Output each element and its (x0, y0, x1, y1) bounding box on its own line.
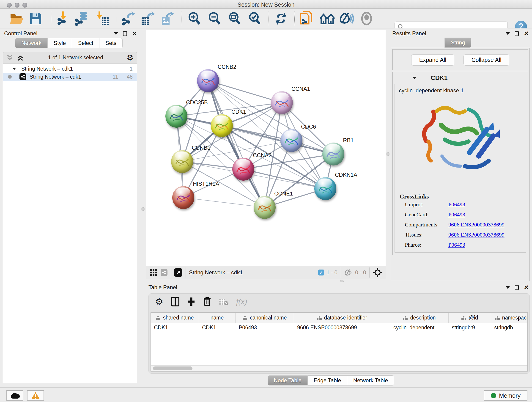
network-node-hist1h1a[interactable] (172, 186, 194, 209)
expand-all-button[interactable]: Expand All (411, 54, 454, 65)
column-header[interactable]: name (199, 313, 235, 323)
tab-network-table[interactable]: Network Table (347, 375, 394, 385)
table-cell[interactable]: 9606.ENSP00000378699 (294, 323, 390, 333)
table-hscroll-thumb[interactable] (153, 366, 192, 370)
panel-menu-icon[interactable] (506, 286, 510, 289)
memory-button[interactable]: Memory (484, 390, 527, 401)
hidden-eye-icon[interactable] (344, 269, 353, 276)
selected-checkbox-icon[interactable]: ✓ (318, 269, 324, 275)
crosslink-link[interactable]: P06493 (448, 211, 465, 218)
crosslink-link[interactable]: P06493 (448, 242, 465, 248)
close-panel-icon[interactable]: ✕ (524, 31, 529, 36)
network-view-share-icon[interactable] (161, 269, 167, 276)
crosslink-link[interactable]: P06493 (448, 201, 465, 208)
cloud-status-button[interactable] (6, 390, 23, 401)
export-network-icon[interactable] (121, 12, 135, 26)
refresh-layout-icon[interactable] (274, 12, 288, 26)
table-cell[interactable]: CDK1 (199, 323, 235, 333)
network-edge[interactable] (243, 169, 325, 189)
import-database-icon[interactable] (75, 12, 90, 26)
import-table-icon[interactable] (96, 12, 109, 26)
open-folder-icon[interactable] (10, 12, 24, 26)
session-snapshot-icon[interactable] (299, 12, 313, 26)
left-splitter-handle[interactable] (141, 207, 145, 211)
table-cell[interactable]: stringdb:9... (449, 323, 491, 333)
show-all-icon[interactable] (360, 12, 374, 26)
delete-column-icon[interactable] (203, 297, 211, 306)
network-edge[interactable] (183, 198, 265, 207)
node-table[interactable]: shared namename canonical name database … (151, 313, 528, 371)
tab-select[interactable]: Select (72, 38, 99, 48)
tab-node-table[interactable]: Node Table (268, 375, 308, 385)
collection-count: 1 (130, 66, 133, 72)
network-node-rb1[interactable] (322, 143, 344, 166)
network-options-gear-icon[interactable]: ⚙ (127, 54, 133, 61)
zoom-out-icon[interactable] (208, 12, 221, 26)
first-neighbors-icon[interactable] (319, 12, 336, 26)
float-panel-icon[interactable] (515, 31, 519, 36)
table-cell[interactable]: CDK1 (151, 323, 199, 333)
close-panel-icon[interactable]: ✕ (524, 285, 529, 290)
birdseye-icon[interactable] (373, 268, 382, 277)
column-header[interactable]: database identifier (294, 313, 390, 323)
zoom-in-icon[interactable] (187, 12, 201, 26)
delete-table-icon[interactable] (219, 298, 228, 306)
collapse-all-button[interactable]: Collapse All (463, 54, 510, 65)
import-network-icon[interactable] (56, 12, 70, 26)
column-header[interactable]: shared name (151, 313, 199, 323)
network-collection-row[interactable]: String Network – cdk1 1 (3, 64, 137, 73)
right-splitter-handle[interactable] (386, 152, 389, 156)
float-panel-icon[interactable] (123, 31, 127, 36)
table-cell[interactable]: stringdb (491, 323, 528, 333)
show-columns-icon[interactable] (171, 297, 179, 306)
zoom-fit-icon[interactable] (228, 12, 241, 26)
tab-edge-table[interactable]: Edge Table (308, 375, 347, 385)
crosslink-link[interactable]: 9606.ENSP00000378699 (448, 222, 505, 228)
network-node-ccnb1[interactable] (171, 150, 193, 173)
export-image-icon[interactable] (160, 12, 174, 26)
expand-all-tree-icon[interactable] (17, 54, 25, 61)
column-header[interactable]: description (390, 313, 449, 323)
network-node-cdk1[interactable] (211, 114, 233, 137)
network-node-ccnb2[interactable] (197, 69, 219, 92)
column-header[interactable]: @id (449, 313, 491, 323)
table-cell[interactable]: P06493 (235, 323, 294, 333)
entry-collapse-icon[interactable] (412, 77, 417, 79)
float-panel-icon[interactable] (515, 285, 519, 290)
panel-menu-icon[interactable] (506, 32, 510, 35)
network-node-ccne1[interactable] (254, 196, 276, 219)
network-edge[interactable] (208, 81, 265, 207)
detach-view-icon[interactable] (174, 268, 182, 277)
zoom-selected-icon[interactable] (248, 12, 262, 26)
grid-view-icon[interactable] (150, 269, 157, 276)
network-edge[interactable] (208, 81, 282, 103)
save-session-icon[interactable] (29, 12, 42, 26)
network-node-cdc25b[interactable] (165, 105, 187, 128)
tab-string[interactable]: String (444, 38, 471, 48)
collection-expander-icon[interactable] (12, 68, 16, 70)
column-header[interactable]: namespace (491, 313, 528, 323)
table-options-gear-icon[interactable]: ⚙ (155, 298, 163, 305)
table-hscrollbar[interactable] (151, 365, 527, 371)
table-cell[interactable]: cyclin–dependent ... (390, 323, 449, 333)
warnings-button[interactable] (27, 390, 44, 401)
table-row[interactable]: CDK1CDK1P064939606.ENSP00000378699cyclin… (151, 323, 527, 333)
export-table-icon[interactable] (140, 12, 154, 26)
close-panel-icon[interactable]: ✕ (132, 31, 137, 36)
collapse-all-tree-icon[interactable] (6, 54, 14, 61)
add-column-icon[interactable] (187, 297, 196, 306)
function-builder-icon[interactable]: f(x) (236, 297, 247, 306)
panel-menu-icon[interactable] (114, 32, 118, 35)
network-node-cdc6[interactable] (280, 129, 302, 152)
network-node-ccna1[interactable] (271, 91, 293, 114)
crosslink-link[interactable]: 9606.ENSP00000378699 (448, 232, 505, 238)
network-node-ccna2[interactable] (232, 158, 254, 181)
network-canvas[interactable]: CCNB2 CCNA1 CDC25B CDK1 CDC6 RB1 (146, 30, 386, 266)
tab-style[interactable]: Style (48, 38, 72, 48)
network-row[interactable]: String Network – cdk1 11 48 (3, 73, 137, 81)
tab-network[interactable]: Network (15, 38, 48, 48)
network-node-cdkn1a[interactable] (314, 177, 336, 200)
tab-sets[interactable]: Sets (99, 38, 123, 48)
hide-selected-icon[interactable] (339, 12, 354, 26)
column-header[interactable]: canonical name (235, 313, 294, 323)
